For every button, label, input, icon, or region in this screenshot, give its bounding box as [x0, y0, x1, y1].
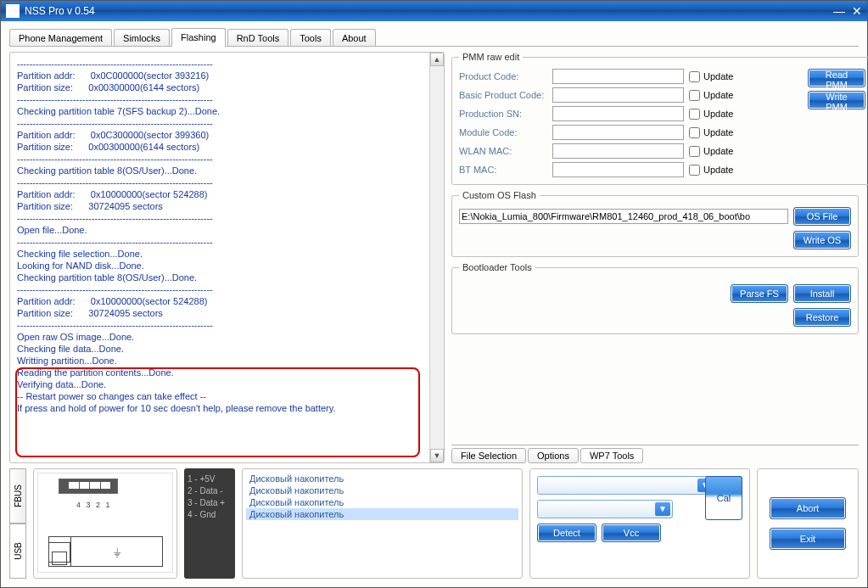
usb-diagram: 4 3 2 1 ⏚ [37, 473, 173, 573]
bootloader-legend: Bootloader Tools [459, 262, 535, 272]
pmm-update-checkbox[interactable]: Update [684, 146, 735, 157]
pmm-label: Production SN: [459, 109, 552, 119]
conn-tab-fbus[interactable]: FBUS [9, 468, 26, 524]
conn-tab-usb[interactable]: USB [9, 524, 26, 579]
usb-connector-panel: 4 3 2 1 ⏚ [33, 468, 177, 579]
flash-log[interactable]: ----------------------------------------… [10, 53, 429, 462]
pin-hint: 1 - +5V [188, 473, 232, 485]
log-scrollbar[interactable]: ▲ ▼ [429, 53, 444, 462]
pmm-input[interactable] [552, 162, 684, 177]
pmm-update-checkbox[interactable]: Update [684, 71, 735, 82]
abort-button[interactable]: Abort [770, 497, 846, 519]
write-pmm-button[interactable]: Write PMM [808, 91, 865, 109]
pin-hint: 2 - Data - [188, 485, 232, 497]
right-column: PMM raw edit Product Code:UpdateBasic Pr… [451, 52, 859, 463]
sub-tab-bar: File SelectionOptionsWP7 Tools [451, 445, 859, 463]
restore-button[interactable]: Restore [793, 308, 851, 327]
main-tab-simlocks[interactable]: Simlocks [114, 29, 170, 46]
install-button[interactable]: Install [793, 284, 851, 303]
main-tab-bar: Phone ManagementSimlocksFlashingRnD Tool… [9, 28, 859, 47]
main-tab-phone-management[interactable]: Phone Management [9, 29, 112, 46]
port-dropdown-1[interactable]: ▼ [537, 476, 715, 495]
pin-label: 4 3 2 1 [76, 501, 112, 509]
os-file-button[interactable]: OS File [793, 207, 851, 226]
pmm-update-checkbox[interactable]: Update [684, 90, 735, 101]
app-window: NSS Pro v 0.54 — ✕ Phone ManagementSimlo… [0, 0, 868, 588]
parse-fs-button[interactable]: Parse FS [731, 284, 788, 303]
exit-panel: Abort Exit [757, 468, 859, 579]
window-title: NSS Pro v 0.54 [25, 5, 95, 17]
usb-socket-icon [59, 479, 118, 494]
scroll-up-icon[interactable]: ▲ [430, 53, 444, 66]
drive-list-item[interactable]: Дисковый накопитель [246, 473, 518, 484]
drive-list-item[interactable]: Дисковый накопитель [246, 508, 518, 520]
main-tab-about[interactable]: About [333, 29, 376, 46]
title-bar: NSS Pro v 0.54 — ✕ [1, 1, 867, 21]
pmm-input[interactable] [552, 125, 684, 140]
sub-tab-options[interactable]: Options [528, 448, 579, 463]
pmm-label: WLAN MAC: [459, 146, 552, 156]
pmm-input[interactable] [552, 106, 684, 121]
sub-tab-file-selection[interactable]: File Selection [451, 448, 526, 463]
custom-os-legend: Custom OS Flash [459, 190, 540, 200]
drive-list-item[interactable]: Дисковый накопитель [246, 484, 518, 496]
read-pmm-button[interactable]: Read PMM [808, 69, 865, 87]
pinout-hints: 1 - +5V2 - Data -3 - Data +4 - Gnd [184, 468, 235, 579]
write-os-button[interactable]: Write OS [793, 231, 851, 249]
pin-hint: 4 - Gnd [188, 509, 232, 521]
client-area: Phone ManagementSimlocksFlashingRnD Tool… [1, 21, 867, 587]
vcc-button[interactable]: Vcc [602, 524, 661, 542]
custom-os-flash-group: Custom OS Flash OS File Write OS [451, 190, 859, 257]
close-button[interactable]: ✕ [852, 4, 862, 18]
app-icon [6, 4, 20, 18]
pmm-label: BT MAC: [459, 165, 552, 175]
pmm-legend: PMM raw edit [459, 52, 523, 62]
bootloader-tools-group: Bootloader Tools Parse FS Install Restor… [451, 262, 859, 334]
pmm-label: Product Code: [459, 71, 552, 81]
scroll-down-icon[interactable]: ▼ [430, 449, 444, 462]
pmm-update-checkbox[interactable]: Update [684, 127, 735, 138]
pmm-input[interactable] [552, 143, 684, 159]
pmm-update-checkbox[interactable]: Update [684, 165, 735, 176]
pmm-label: Basic Product Code: [459, 90, 552, 100]
detect-button[interactable]: Detect [537, 524, 596, 542]
drive-list-item[interactable]: Дисковый накопитель [246, 496, 518, 508]
usb-icon: ⏚ [114, 545, 120, 558]
pmm-update-checkbox[interactable]: Update [684, 109, 735, 120]
port-dropdown-2[interactable]: ▼ [537, 500, 673, 518]
chevron-down-icon: ▼ [655, 502, 670, 516]
drive-list[interactable]: Дисковый накопительДисковый накопительДи… [242, 468, 523, 579]
bottom-row: FBUSUSB 4 3 2 1 ⏚ 1 - +5V2 - Data -3 - D… [9, 468, 859, 579]
pin-hint: 3 - Data + [188, 497, 232, 509]
minimize-button[interactable]: — [833, 4, 845, 18]
exit-button[interactable]: Exit [770, 528, 846, 550]
pmm-raw-edit-group: PMM raw edit Product Code:UpdateBasic Pr… [451, 52, 868, 185]
pmm-label: Module Code: [459, 127, 552, 137]
sub-tab-wp7-tools[interactable]: WP7 Tools [580, 448, 643, 463]
pmm-grid: Product Code:UpdateBasic Product Code:Up… [459, 69, 801, 177]
pmm-input[interactable] [552, 87, 684, 103]
main-tab-flashing[interactable]: Flashing [171, 28, 226, 47]
pmm-input[interactable] [552, 69, 684, 84]
main-tab-rnd-tools[interactable]: RnD Tools [227, 29, 289, 46]
connection-tab-bar: FBUSUSB [9, 468, 26, 579]
flash-log-panel: ----------------------------------------… [9, 52, 445, 463]
main-tab-tools[interactable]: Tools [290, 29, 331, 46]
usb-plug-icon: ⏚ [48, 536, 163, 567]
os-file-path-input[interactable] [459, 209, 788, 224]
scroll-track[interactable] [430, 66, 444, 449]
cal-button[interactable]: Cal [705, 476, 742, 520]
control-panel: ▼ > Cal ▼ Detect Vcc [529, 468, 750, 579]
